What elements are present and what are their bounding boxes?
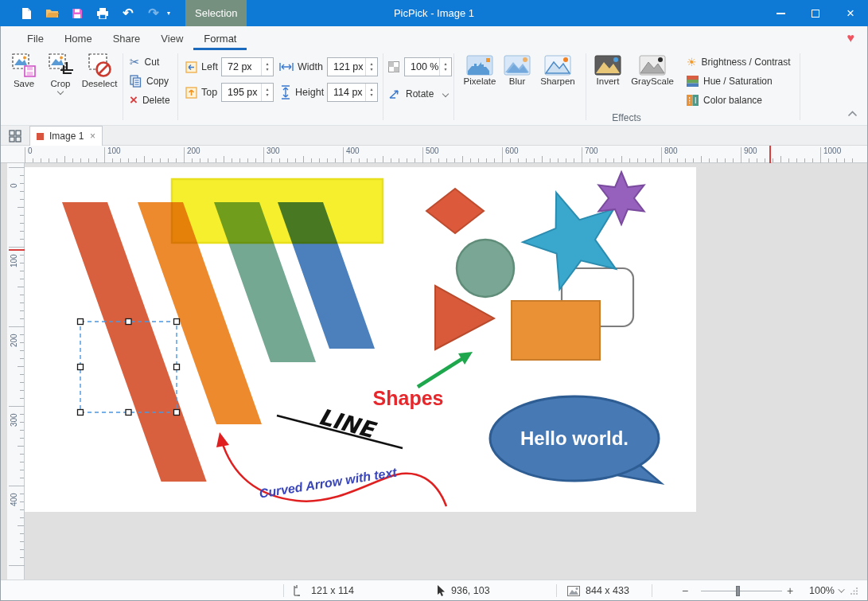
zoom-in-button[interactable]: + <box>787 580 793 601</box>
zoom-slider-track[interactable] <box>701 591 782 591</box>
tab-image-1[interactable]: Image 1 × <box>29 126 103 146</box>
zoom-level-dropdown[interactable]: 100% <box>809 580 845 601</box>
heart-icon[interactable]: ♥ <box>847 31 855 45</box>
selection-mode-chip[interactable]: Selection <box>185 0 247 26</box>
zoom-slider-handle[interactable] <box>736 586 740 596</box>
open-folder-icon <box>45 8 59 18</box>
save-floppy-icon <box>72 8 83 19</box>
statusbar-separator <box>652 584 652 597</box>
color-balance-label: Color balance <box>703 95 762 106</box>
rotate-button[interactable]: Rotate <box>388 85 448 103</box>
maximize-icon <box>812 10 819 18</box>
image-tab-icon <box>37 133 44 140</box>
curved-arrow-label: Curved Arrow with text <box>259 465 399 500</box>
zoom-level-value: 100% <box>809 585 835 596</box>
sharpen-button[interactable]: Sharpen <box>535 55 580 86</box>
pixelate-label: Pixelate <box>464 76 496 86</box>
status-bar: 121 x 114 936, 103 844 x 433 − + 100% <box>1 580 867 600</box>
save-label: Save <box>14 79 34 88</box>
statusbar-separator <box>556 584 557 597</box>
top-spinner[interactable]: 195 px ▴▾ <box>221 83 274 102</box>
green-arrow-line <box>418 358 463 387</box>
tab-home[interactable]: Home <box>54 26 103 50</box>
crop-button[interactable]: Crop <box>44 53 77 94</box>
deselect-label: Deselect <box>82 79 118 88</box>
chevron-up-icon <box>847 111 858 117</box>
height-spinner-arrows[interactable]: ▴▾ <box>365 84 377 101</box>
rotate-dropdown-chevron[interactable] <box>442 91 449 97</box>
maximize-button[interactable] <box>798 0 833 26</box>
menu-bar: File Home Share View Format ♥ <box>1 26 867 50</box>
rotate-icon <box>388 88 401 100</box>
cut-button[interactable]: ✂ Cut <box>130 53 159 71</box>
height-icon <box>281 85 291 100</box>
open-button[interactable] <box>45 6 59 21</box>
diamond-shape <box>426 189 484 233</box>
zoom-out-button[interactable]: − <box>682 580 688 601</box>
tab-format[interactable]: Format <box>193 26 247 50</box>
line-label: LINE <box>316 404 380 444</box>
save-icon <box>11 53 37 78</box>
minimize-button[interactable] <box>763 0 798 26</box>
plus-icon: + <box>787 584 793 597</box>
crop-dropdown-chevron[interactable] <box>57 88 64 95</box>
resize-grip[interactable] <box>850 580 858 601</box>
width-value: 121 px <box>333 61 364 72</box>
top-value: 195 px <box>228 87 258 98</box>
copy-label: Copy <box>146 76 169 87</box>
zoom-spinner-arrows[interactable]: ▴▾ <box>439 58 451 76</box>
undo-button[interactable]: ↶ <box>121 6 135 21</box>
image-size-indicator: 844 x 433 <box>567 580 629 601</box>
top-label-text: Top <box>201 87 217 98</box>
ruler-vertical: 0100200300400 <box>7 163 25 580</box>
close-button[interactable]: × <box>833 0 868 26</box>
grid-icon <box>9 130 21 142</box>
print-icon <box>96 8 109 19</box>
shapes-label: Shapes <box>373 387 444 409</box>
new-file-button[interactable] <box>19 6 33 21</box>
brightness-icon: ☀ <box>687 56 697 68</box>
save-button[interactable]: Save <box>6 53 42 88</box>
tab-close-icon[interactable]: × <box>90 131 95 142</box>
thumbnail-grid-button[interactable] <box>7 128 23 144</box>
height-spinner[interactable]: 114 px ▴▾ <box>327 83 378 102</box>
tab-share[interactable]: Share <box>103 26 151 50</box>
color-balance-button[interactable]: Color balance <box>687 92 762 109</box>
blur-button[interactable]: Blur <box>502 55 532 86</box>
pixelate-button[interactable]: Pixelate <box>459 55 500 86</box>
speech-bubble-text: Hello world. <box>520 427 629 449</box>
copy-button[interactable]: Copy <box>130 72 169 90</box>
curved-arrow-head <box>216 432 229 447</box>
grayscale-icon <box>639 55 666 76</box>
grayscale-button[interactable]: GrayScale <box>628 55 677 86</box>
curved-arrow-path <box>221 439 446 506</box>
qat-customize-caret[interactable]: ▾ <box>167 10 170 17</box>
image-canvas[interactable]: Shapes LINE Curved Arrow with text Hello… <box>25 167 696 512</box>
blur-label: Blur <box>509 76 525 86</box>
height-field-label: Height <box>281 83 324 102</box>
ribbon-collapse-button[interactable] <box>847 106 858 120</box>
save-button-qat[interactable] <box>70 6 84 21</box>
redo-button[interactable]: ↷ <box>146 6 161 21</box>
zoom-spinner[interactable]: 100 % ▴▾ <box>404 57 452 76</box>
left-spinner[interactable]: 72 px ▴▾ <box>221 57 274 76</box>
deselect-button[interactable]: Deselect <box>77 53 122 88</box>
color-balance-icon <box>687 95 699 106</box>
print-button[interactable] <box>95 6 110 21</box>
tab-file[interactable]: File <box>17 26 54 50</box>
cursor-position-indicator: 936, 103 <box>437 580 490 601</box>
workspace[interactable]: 01002003004005006007008009001000 0100200… <box>1 146 867 580</box>
width-spinner[interactable]: 121 px ▴▾ <box>327 57 378 76</box>
left-spinner-arrows[interactable]: ▴▾ <box>261 58 273 76</box>
ribbon-divider <box>586 53 586 120</box>
tab-view[interactable]: View <box>150 26 193 50</box>
invert-button[interactable]: Invert <box>590 55 625 86</box>
width-spinner-arrows[interactable]: ▴▾ <box>365 58 377 76</box>
delete-button[interactable]: × Delete <box>130 92 170 109</box>
hue-saturation-button[interactable]: Hue / Saturation <box>687 72 773 90</box>
top-spinner-arrows[interactable]: ▴▾ <box>261 84 273 101</box>
brightness-contrast-button[interactable]: ☀ Brightness / Contrast <box>687 53 791 71</box>
deselect-icon <box>87 53 112 78</box>
new-file-icon <box>21 7 32 20</box>
resize-grip-icon <box>850 587 858 595</box>
